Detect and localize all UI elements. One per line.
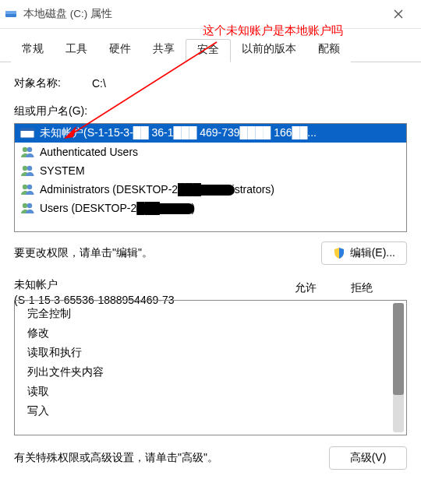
security-page: 对象名称: C:\ 组或用户名(G): 未知帐户(S-1-15-3-██ 36-… xyxy=(0,62,421,470)
tab-sharing[interactable]: 共享 xyxy=(142,39,186,62)
deny-column: 拒绝 xyxy=(334,281,390,295)
svg-point-13 xyxy=(27,203,32,208)
svg-point-9 xyxy=(27,166,32,171)
svg-point-12 xyxy=(23,203,27,208)
svg-point-7 xyxy=(27,147,32,152)
users-icon xyxy=(19,164,35,178)
permission-row: 修改 xyxy=(27,323,406,343)
tab-quota[interactable]: 配额 xyxy=(307,39,351,62)
permission-row: 读取 xyxy=(27,382,406,401)
advanced-button-label: 高级(V) xyxy=(350,451,387,465)
svg-point-8 xyxy=(23,166,27,171)
tab-general[interactable]: 常规 xyxy=(11,39,55,62)
scrollbar-thumb[interactable] xyxy=(393,303,404,395)
groups-label: 组或用户名(G): xyxy=(14,104,87,118)
advanced-button[interactable]: 高级(V) xyxy=(329,446,407,470)
list-item[interactable]: 未知帐户(S-1-15-3-██ 36-1███ 469-739████ 166… xyxy=(15,124,406,143)
window-title: 本地磁盘 (C:) 属性 xyxy=(23,7,112,21)
advanced-hint: 有关特殊权限或高级设置，请单击"高级"。 xyxy=(14,451,218,465)
tab-strip: 常规 工具 硬件 共享 安全 以前的版本 配额 xyxy=(0,29,421,62)
permissions-list[interactable]: 完全控制 修改 读取和执行 列出文件夹内容 读取 写入 xyxy=(14,300,407,435)
drive-icon xyxy=(5,8,17,20)
permission-row: 完全控制 xyxy=(27,304,406,323)
list-item[interactable]: Users (DESKTOP-2███\Users) xyxy=(15,199,406,217)
unknown-account-icon xyxy=(19,126,35,140)
permission-row: 列出文件夹内容 xyxy=(27,362,406,382)
svg-point-6 xyxy=(23,147,27,152)
list-item[interactable]: SYSTEM xyxy=(15,161,406,180)
shield-icon xyxy=(333,247,345,259)
edit-button[interactable]: 编辑(E)... xyxy=(321,241,407,265)
object-name-label: 对象名称: xyxy=(14,76,92,90)
permissions-header: 允许 拒绝 xyxy=(14,281,407,295)
allow-column: 允许 xyxy=(278,281,334,295)
tab-hardware[interactable]: 硬件 xyxy=(98,39,142,62)
list-item-label: 未知帐户(S-1-15-3-██ 36-1███ 469-739████ 166… xyxy=(40,126,317,140)
list-item-label: Administrators (DESKTOP-2███Administrato… xyxy=(40,183,274,196)
permission-row: 读取和执行 xyxy=(27,343,406,362)
list-item-label: Users (DESKTOP-2███\Users) xyxy=(40,202,195,214)
permission-row: 写入 xyxy=(27,401,406,421)
list-item[interactable]: Administrators (DESKTOP-2███Administrato… xyxy=(15,180,406,199)
list-item-label: SYSTEM xyxy=(40,164,85,177)
svg-rect-1 xyxy=(5,11,16,14)
users-icon xyxy=(19,201,35,215)
list-item[interactable]: Authenticated Users xyxy=(15,143,406,161)
svg-point-10 xyxy=(23,185,27,189)
tab-tools[interactable]: 工具 xyxy=(55,39,98,62)
edit-button-label: 编辑(E)... xyxy=(350,246,395,260)
tab-security[interactable]: 安全 xyxy=(186,39,231,62)
users-icon xyxy=(19,182,35,196)
svg-rect-5 xyxy=(20,129,34,131)
list-item-label: Authenticated Users xyxy=(40,146,138,158)
object-name-value: C:\ xyxy=(92,77,106,90)
title-bar: 本地磁盘 (C:) 属性 xyxy=(0,0,421,29)
edit-hint: 要更改权限，请单击"编辑"。 xyxy=(14,246,153,260)
groups-list[interactable]: 未知帐户(S-1-15-3-██ 36-1███ 469-739████ 166… xyxy=(14,123,407,232)
close-button[interactable] xyxy=(380,2,416,26)
tab-previous[interactable]: 以前的版本 xyxy=(231,39,307,62)
svg-point-11 xyxy=(27,185,32,189)
users-icon xyxy=(19,145,35,159)
